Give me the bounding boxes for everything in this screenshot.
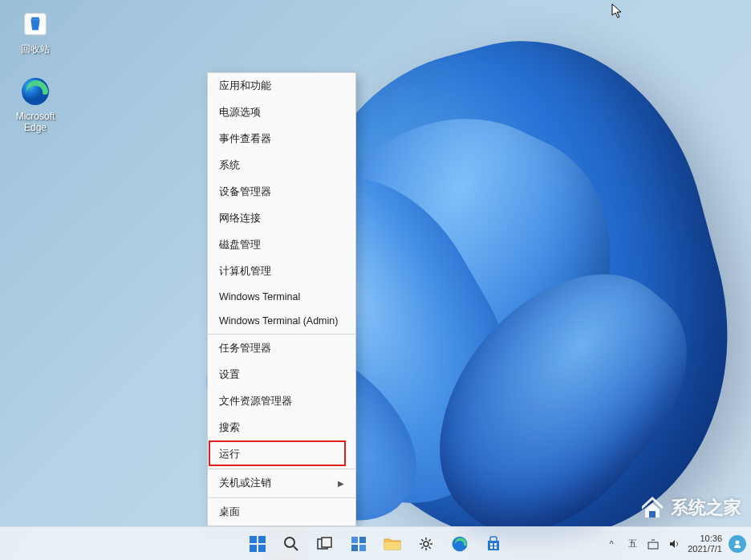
taskbar-center-group [242, 530, 509, 558]
menu-apps-features[interactable]: 应用和功能 [208, 73, 355, 99]
search-button[interactable] [275, 530, 307, 558]
svg-rect-1 [31, 17, 39, 19]
store-icon [485, 536, 501, 552]
menu-settings[interactable]: 设置 [208, 362, 355, 388]
svg-rect-20 [490, 546, 493, 549]
clock-button[interactable]: 10:36 2021/7/1 [688, 534, 722, 554]
menu-windows-terminal-admin[interactable]: Windows Terminal (Admin) [208, 309, 355, 333]
menu-network-connections[interactable]: 网络连接 [208, 205, 355, 232]
windows-icon [249, 535, 266, 553]
svg-point-7 [285, 538, 294, 547]
house-icon [639, 497, 666, 519]
svg-rect-18 [490, 543, 493, 546]
network-icon[interactable] [646, 537, 660, 551]
volume-icon[interactable] [667, 537, 681, 551]
svg-rect-15 [384, 542, 400, 550]
svg-rect-25 [649, 511, 656, 517]
svg-rect-12 [359, 537, 366, 543]
widgets-icon [351, 536, 367, 552]
winx-context-menu: 应用和功能 电源选项 事件查看器 系统 设备管理器 网络连接 磁盘管理 计算机管… [207, 72, 356, 526]
svg-rect-5 [250, 545, 257, 552]
svg-rect-22 [648, 542, 658, 549]
menu-separator [208, 469, 355, 469]
svg-point-16 [424, 542, 428, 546]
settings-button[interactable] [410, 530, 442, 558]
tray-overflow-button[interactable]: ^ [604, 537, 619, 551]
menu-computer-management[interactable]: 计算机管理 [208, 258, 355, 285]
menu-device-manager[interactable]: 设备管理器 [208, 179, 355, 205]
menu-shutdown-signout[interactable]: 关机或注销 ▶ [208, 470, 355, 497]
svg-rect-19 [494, 543, 497, 546]
search-icon [283, 536, 299, 552]
taskbar: ^ 五 10:36 2021/7/1 [0, 526, 751, 560]
edge-button[interactable] [444, 530, 476, 558]
user-badge-icon[interactable] [729, 535, 746, 553]
folder-icon [384, 537, 401, 551]
menu-separator [208, 334, 355, 335]
task-view-button[interactable] [309, 530, 341, 558]
recycle-bin-shortcut[interactable]: 回收站 [10, 8, 61, 55]
file-explorer-button[interactable] [376, 530, 408, 558]
desktop-wallpaper [0, 0, 751, 560]
menu-system[interactable]: 系统 [208, 152, 355, 179]
svg-rect-6 [258, 545, 266, 552]
edge-shortcut[interactable]: Microsoft Edge [10, 75, 61, 133]
chevron-right-icon: ▶ [338, 479, 344, 488]
svg-rect-14 [359, 545, 366, 551]
chevron-up-icon: ^ [610, 539, 614, 549]
svg-rect-10 [322, 538, 331, 547]
svg-rect-3 [250, 536, 257, 543]
menu-task-manager[interactable]: 任务管理器 [208, 335, 355, 362]
svg-rect-11 [351, 537, 358, 543]
svg-line-8 [294, 546, 298, 550]
edge-icon [19, 75, 51, 108]
menu-power-options[interactable]: 电源选项 [208, 99, 355, 126]
menu-separator [208, 497, 355, 498]
menu-run[interactable]: 运行 [208, 441, 355, 468]
recycle-bin-icon [19, 8, 51, 40]
start-button[interactable] [242, 530, 274, 558]
edge-label: Microsoft Edge [16, 111, 55, 133]
store-button[interactable] [477, 530, 509, 558]
menu-desktop[interactable]: 桌面 [208, 499, 355, 526]
svg-point-24 [736, 540, 740, 544]
svg-rect-21 [494, 546, 497, 549]
recycle-bin-label: 回收站 [21, 43, 50, 55]
menu-search[interactable]: 搜索 [208, 415, 355, 441]
menu-disk-management[interactable]: 磁盘管理 [208, 232, 355, 258]
menu-windows-terminal[interactable]: Windows Terminal [208, 285, 355, 309]
menu-file-explorer[interactable]: 文件资源管理器 [208, 388, 355, 415]
gear-icon [418, 536, 434, 552]
ime-indicator[interactable]: 五 [625, 537, 639, 551]
edge-icon [451, 535, 469, 553]
widgets-button[interactable] [343, 530, 375, 558]
system-tray: ^ 五 10:36 2021/7/1 [604, 534, 746, 554]
watermark-logo: 系统之家 [639, 496, 741, 520]
menu-event-viewer[interactable]: 事件查看器 [208, 126, 355, 152]
svg-rect-4 [258, 536, 266, 543]
svg-rect-13 [351, 545, 358, 551]
task-view-icon [317, 537, 333, 551]
